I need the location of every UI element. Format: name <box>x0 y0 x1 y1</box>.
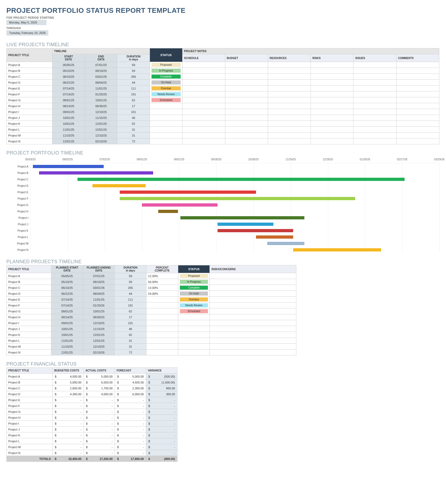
schedule-cell[interactable] <box>182 86 225 91</box>
risks-cell[interactable] <box>311 68 354 74</box>
resources-cell[interactable] <box>268 74 311 80</box>
issues-cell[interactable] <box>354 133 396 138</box>
schedule-cell[interactable] <box>182 91 225 97</box>
budget-cell[interactable] <box>225 91 268 97</box>
resources-cell[interactable] <box>268 127 311 133</box>
risks-cell[interactable] <box>311 127 354 133</box>
risks-concerns-cell[interactable] <box>210 338 296 344</box>
issues-cell[interactable] <box>354 74 396 80</box>
comments-cell[interactable] <box>396 138 439 144</box>
resources-cell[interactable] <box>268 115 311 121</box>
issues-cell[interactable] <box>354 121 396 127</box>
comments-cell[interactable] <box>396 133 439 138</box>
budget-cell[interactable] <box>225 86 268 91</box>
risks-concerns-cell[interactable] <box>210 297 296 303</box>
risks-concerns-cell[interactable] <box>210 303 296 308</box>
comments-cell[interactable] <box>396 97 439 103</box>
budget-cell[interactable] <box>225 133 268 138</box>
col-project-title: PROJECT TITLE <box>7 368 53 374</box>
issues-cell[interactable] <box>354 97 396 103</box>
budget-cell[interactable] <box>225 62 268 68</box>
risks-cell[interactable] <box>311 121 354 127</box>
resources-cell[interactable] <box>268 138 311 144</box>
comments-cell[interactable] <box>396 74 439 80</box>
schedule-cell[interactable] <box>182 127 225 133</box>
comments-cell[interactable] <box>396 103 439 109</box>
comments-cell[interactable] <box>396 68 439 74</box>
budget-cell[interactable] <box>225 97 268 103</box>
schedule-cell[interactable] <box>182 133 225 138</box>
issues-cell[interactable] <box>354 91 396 97</box>
budget-cell[interactable] <box>225 127 268 133</box>
risks-concerns-cell[interactable] <box>210 291 296 297</box>
budget-cell[interactable] <box>225 121 268 127</box>
issues-cell[interactable] <box>354 127 396 133</box>
resources-cell[interactable] <box>268 133 311 138</box>
comments-cell[interactable] <box>396 86 439 91</box>
resources-cell[interactable] <box>268 80 311 86</box>
comments-cell[interactable] <box>396 121 439 127</box>
issues-cell[interactable] <box>354 68 396 74</box>
comments-cell[interactable] <box>396 115 439 121</box>
risks-concerns-cell[interactable] <box>210 279 296 285</box>
budget-cell[interactable] <box>225 74 268 80</box>
budget-cell[interactable] <box>225 138 268 144</box>
resources-cell[interactable] <box>268 103 311 109</box>
issues-cell[interactable] <box>354 86 396 91</box>
comments-cell[interactable] <box>396 62 439 68</box>
risks-cell[interactable] <box>311 133 354 138</box>
schedule-cell[interactable] <box>182 80 225 86</box>
resources-cell[interactable] <box>268 121 311 127</box>
risks-cell[interactable] <box>311 109 354 115</box>
risks-cell[interactable] <box>311 62 354 68</box>
risks-cell[interactable] <box>311 74 354 80</box>
risks-concerns-cell[interactable] <box>210 350 296 355</box>
risks-concerns-cell[interactable] <box>210 344 296 350</box>
risks-concerns-cell[interactable] <box>210 326 296 332</box>
schedule-cell[interactable] <box>182 121 225 127</box>
resources-cell[interactable] <box>268 109 311 115</box>
budget-cell[interactable] <box>225 109 268 115</box>
resources-cell[interactable] <box>268 91 311 97</box>
schedule-cell[interactable] <box>182 62 225 68</box>
resources-cell[interactable] <box>268 62 311 68</box>
risks-concerns-cell[interactable] <box>210 273 296 279</box>
schedule-cell[interactable] <box>182 138 225 144</box>
budget-cell[interactable] <box>225 103 268 109</box>
issues-cell[interactable] <box>354 80 396 86</box>
schedule-cell[interactable] <box>182 115 225 121</box>
issues-cell[interactable] <box>354 138 396 144</box>
risks-cell[interactable] <box>311 86 354 91</box>
budget-cell[interactable] <box>225 115 268 121</box>
schedule-cell[interactable] <box>182 97 225 103</box>
risks-concerns-cell[interactable] <box>210 332 296 338</box>
issues-cell[interactable] <box>354 115 396 121</box>
risks-cell[interactable] <box>311 138 354 144</box>
risks-cell[interactable] <box>311 91 354 97</box>
comments-cell[interactable] <box>396 91 439 97</box>
risks-cell[interactable] <box>311 97 354 103</box>
schedule-cell[interactable] <box>182 109 225 115</box>
risks-concerns-cell[interactable] <box>210 308 296 314</box>
resources-cell[interactable] <box>268 68 311 74</box>
risks-cell[interactable] <box>311 80 354 86</box>
resources-cell[interactable] <box>268 86 311 91</box>
risks-cell[interactable] <box>311 115 354 121</box>
budget-cell[interactable] <box>225 80 268 86</box>
issues-cell[interactable] <box>354 109 396 115</box>
issues-cell[interactable] <box>354 103 396 109</box>
risks-concerns-cell[interactable] <box>210 285 296 291</box>
comments-cell[interactable] <box>396 109 439 115</box>
resources-cell[interactable] <box>268 97 311 103</box>
risks-cell[interactable] <box>311 103 354 109</box>
schedule-cell[interactable] <box>182 74 225 80</box>
comments-cell[interactable] <box>396 80 439 86</box>
schedule-cell[interactable] <box>182 68 225 74</box>
schedule-cell[interactable] <box>182 103 225 109</box>
issues-cell[interactable] <box>354 62 396 68</box>
risks-concerns-cell[interactable] <box>210 320 296 326</box>
risks-concerns-cell[interactable] <box>210 314 296 320</box>
comments-cell[interactable] <box>396 127 439 133</box>
project-name: Project B <box>7 279 51 285</box>
budget-cell[interactable] <box>225 68 268 74</box>
